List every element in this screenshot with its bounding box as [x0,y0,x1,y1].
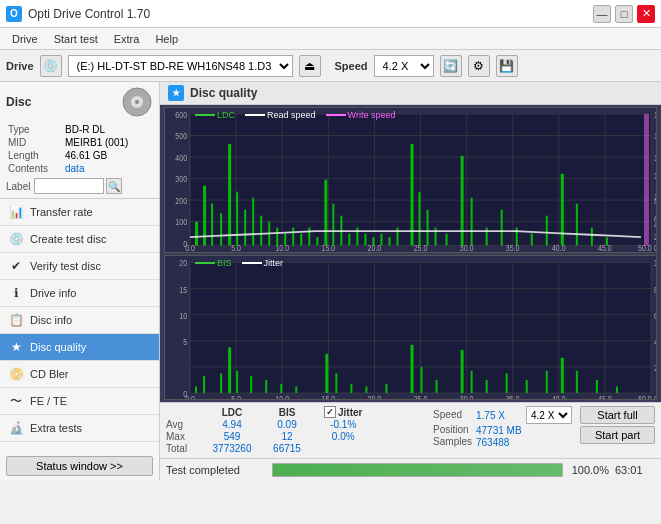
right-stats-table: Speed 1.75 X 4.2 X Position 47731 MB [433,406,572,448]
progress-bar-area: Test completed 100.0% 63:01 [160,458,661,480]
svg-text:10%: 10% [654,258,656,268]
nav-transfer-rate-label: Transfer rate [30,206,93,218]
nav-disc-quality[interactable]: ★ Disc quality [0,334,159,361]
close-button[interactable]: ✕ [637,5,655,23]
start-part-button[interactable]: Start part [580,426,655,444]
speed-label: Speed [335,60,368,72]
settings-button[interactable]: ⚙ [468,55,490,77]
svg-rect-144 [385,383,387,392]
total-label: Total [166,443,204,455]
max-jitter: 0.0% [324,431,366,443]
svg-text:20: 20 [179,258,187,268]
jitter-header: Jitter [338,407,362,418]
svg-rect-52 [220,213,222,245]
stats-area: LDC BIS ✓ Jitter Avg 4.94 0.0 [160,402,661,458]
svg-rect-55 [244,210,246,246]
speed-select[interactable]: 4.2 X [374,55,434,77]
svg-text:15: 15 [179,284,187,294]
status-window-button[interactable]: Status window >> [6,456,153,476]
eject-button[interactable]: ⏏ [299,55,321,77]
refresh-button[interactable]: 🔄 [440,55,462,77]
svg-rect-73 [388,237,390,245]
svg-text:45.0: 45.0 [598,244,612,252]
svg-rect-65 [324,180,327,246]
nav-create-test-disc[interactable]: 💿 Create test disc [0,226,159,253]
svg-text:5.0: 5.0 [231,394,241,399]
svg-rect-87 [561,174,564,246]
svg-rect-132 [203,376,205,393]
svg-rect-153 [546,370,548,392]
svg-rect-68 [348,234,350,246]
svg-rect-133 [220,373,222,393]
label-input[interactable] [34,178,104,194]
quality-speed-select[interactable]: 4.2 X [526,406,572,424]
chart1: LDC Read speed Write speed [164,107,657,253]
nav-disc-quality-label: Disc quality [30,341,86,353]
menu-help[interactable]: Help [147,31,186,47]
bis-header: BIS [264,406,314,419]
avg-row: Avg 4.94 0.09 -0.1% [166,419,366,431]
progress-time: 63:01 [615,464,655,476]
maximize-button[interactable]: □ [615,5,633,23]
avg-bis: 0.09 [264,419,314,431]
contents-row: Contents data [8,163,151,174]
svg-rect-146 [421,366,423,392]
nav-disc-info[interactable]: 📋 Disc info [0,307,159,334]
nav-transfer-rate[interactable]: 📊 Transfer rate [0,199,159,226]
svg-text:30.0: 30.0 [460,394,474,399]
nav-cd-bler[interactable]: 📀 CD Bler [0,361,159,388]
drive-info-icon: ℹ [8,285,24,301]
legend-ldc: LDC [195,110,235,120]
nav-verify-test-disc[interactable]: ✔ Verify test disc [0,253,159,280]
nav-fe-te[interactable]: 〜 FE / TE [0,388,159,415]
svg-rect-62 [300,234,302,246]
drive-select[interactable]: (E:) HL-DT-ST BD-RE WH16NS48 1.D3 [68,55,293,77]
drive-label: Drive [6,60,34,72]
max-bis: 12 [264,431,314,443]
disc-quality-icon: ★ [8,339,24,355]
svg-text:40.0: 40.0 [552,394,566,399]
disc-info-icon: 📋 [8,312,24,328]
disc-section: Disc Type BD-R DL MID MEIRB1 (001) [0,82,159,199]
svg-rect-76 [419,192,421,246]
nav-disc-info-label: Disc info [30,314,72,326]
max-ldc: 549 [204,431,264,443]
minimize-button[interactable]: — [593,5,611,23]
legend-read-speed: Read speed [245,110,316,120]
svg-rect-88 [576,204,578,246]
svg-text:0.0: 0.0 [185,394,195,399]
svg-point-2 [135,100,139,104]
menu-extra[interactable]: Extra [106,31,148,47]
max-row: Max 549 12 0.0% [166,431,366,443]
jitter-checkbox[interactable]: ✓ [324,406,336,418]
svg-rect-145 [411,344,414,392]
svg-rect-152 [526,379,528,392]
svg-rect-156 [596,379,598,392]
svg-rect-91 [644,114,649,246]
chart1-legend: LDC Read speed Write speed [195,110,395,120]
save-button[interactable]: 💾 [496,55,518,77]
create-test-disc-icon: 💿 [8,231,24,247]
svg-rect-154 [561,357,564,392]
svg-text:4X: 4X [654,220,656,230]
svg-text:6%: 6% [654,310,656,320]
svg-text:100: 100 [175,218,187,228]
chart1-svg: 600 500 400 300 200 100 0 18X 16X 14X 12… [165,108,656,252]
disc-quality-header-icon: ★ [168,85,184,101]
chart2-legend: BIS Jitter [195,258,283,268]
svg-rect-49 [195,222,198,246]
label-row: Label 🔍 [6,178,153,194]
svg-rect-141 [335,373,337,393]
nav-extra-tests[interactable]: 🔬 Extra tests [0,415,159,442]
menu-drive[interactable]: Drive [4,31,46,47]
label-button[interactable]: 🔍 [106,178,122,194]
nav-drive-info[interactable]: ℹ Drive info [0,280,159,307]
svg-rect-138 [280,383,282,392]
svg-text:200: 200 [175,196,187,206]
svg-rect-143 [365,386,367,393]
nav-drive-info-label: Drive info [30,287,76,299]
start-full-button[interactable]: Start full [580,406,655,424]
menu-start-test[interactable]: Start test [46,31,106,47]
disc-info-table: Type BD-R DL MID MEIRB1 (001) Length 46.… [6,122,153,176]
position-row: Position 47731 MB [433,424,572,436]
